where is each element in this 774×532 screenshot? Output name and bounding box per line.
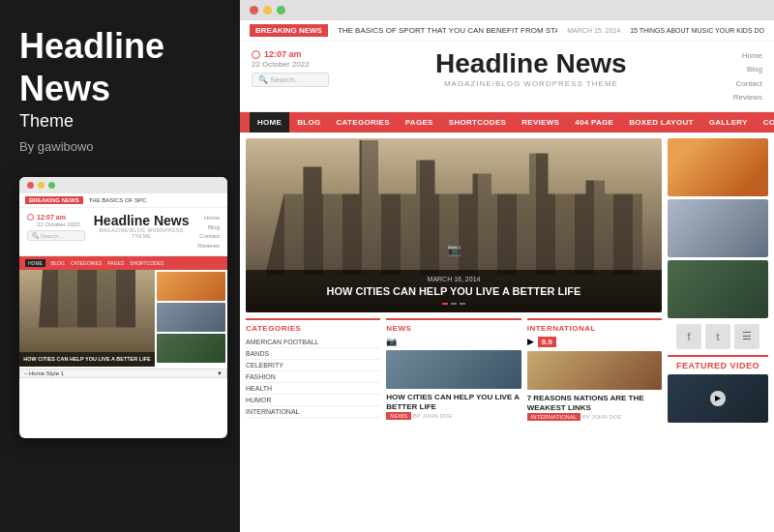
sidebar-featured-label: FEATURED VIDEO (668, 355, 768, 370)
big-nav-link-contact[interactable]: Contact (733, 77, 762, 91)
big-nav-link-reviews[interactable]: Reviews (733, 91, 762, 104)
facebook-button[interactable]: f (676, 324, 701, 349)
big-news-column: NEWS 📷 HOW CITIES CAN HELP YOU LIVE A BE… (386, 318, 521, 421)
big-nav-404[interactable]: 404 PAGE (567, 112, 621, 133)
cat-celebrity[interactable]: CELEBRITY (246, 360, 380, 371)
mini-dot-yellow[interactable] (38, 182, 45, 189)
big-intl-image (527, 351, 662, 390)
big-site-title: Headline News (329, 49, 733, 79)
big-news-author: BY JOHN DOE (413, 413, 453, 419)
big-categories-label: CATEGORIES (246, 324, 380, 333)
mini-nav-link-reviews[interactable]: Reviews (197, 242, 220, 251)
big-nav-boxed[interactable]: BOXED LAYOUT (621, 112, 700, 133)
rss-button[interactable]: ☰ (734, 324, 759, 349)
sidebar-img-1 (668, 138, 768, 196)
mini-featured-title: HOW CITIES CAN HELP YOU LIVE A BETTER LI… (23, 356, 151, 363)
mini-nav-shortcodes[interactable]: SHORTCODES (130, 260, 164, 266)
big-intl-title[interactable]: 7 REASONS NATIONS ARE THE WEAKEST LINKS (527, 394, 662, 414)
mini-header: 12:07 am 22 October 2022 🔍 Search... Hea… (19, 208, 227, 255)
cat-bands[interactable]: BANDS (246, 348, 380, 360)
mini-nav-link-home[interactable]: Home (197, 214, 220, 223)
mini-dot-green[interactable] (48, 182, 55, 189)
mini-building-overlay (39, 270, 135, 328)
big-feat-dot-2[interactable] (451, 303, 457, 305)
big-search-input[interactable]: 🔍 Search... (252, 73, 329, 87)
mini-nav-home[interactable]: HOME (25, 259, 45, 267)
big-nav-reviews[interactable]: REVIEWS (514, 112, 567, 133)
cat-health[interactable]: HEALTH (246, 383, 380, 395)
play-button[interactable]: ▶ (710, 391, 726, 406)
big-news-title[interactable]: HOW CITIES CAN HELP YOU LIVE A BETTER LI… (386, 393, 521, 413)
big-nav-blog[interactable]: BLOG (289, 112, 328, 133)
cat-fashion[interactable]: FASHION (246, 371, 380, 383)
big-nav-gallery[interactable]: GALLERY (701, 112, 756, 133)
right-panel: BREAKING NEWS THE BASICS OF SPORT THAT Y… (240, 0, 774, 532)
cat-american-football[interactable]: AMERICAN FOOTBALL (246, 337, 380, 348)
mini-browser-bar (19, 177, 227, 193)
cat-international[interactable]: INTERNATIONAL (246, 406, 380, 418)
mini-dropdown-label: – Home Style 1 (24, 370, 64, 376)
twitter-button[interactable]: t (705, 324, 730, 349)
big-news-badge: NEWS (386, 412, 411, 420)
big-below-featured: CATEGORIES AMERICAN FOOTBALL BANDS CELEB… (246, 318, 662, 421)
big-feat-dot-3[interactable] (460, 303, 465, 305)
sidebar-video-thumb[interactable]: ▶ (668, 374, 768, 423)
sidebar-img-2 (668, 199, 768, 257)
big-intl-score: 8.9 (538, 337, 556, 347)
big-news-camera-icon: 📷 (386, 337, 397, 346)
big-dot-yellow[interactable] (263, 6, 272, 15)
left-panel: Headline News Theme By gawibowo BREAKING… (0, 0, 240, 532)
big-main-column: 📷 MARCH 16, 2014 HOW CITIES CAN HELP YOU… (246, 138, 662, 423)
big-nav-home[interactable]: HOME (250, 112, 289, 133)
mini-header-left: 12:07 am 22 October 2022 🔍 Search... (27, 214, 85, 241)
mini-breaking-text: THE BASICS OF SPC (89, 197, 147, 203)
big-dot-red[interactable] (250, 6, 258, 15)
big-breaking-more: 15 THINGS ABOUT MUSIC YOUR KIDS DO (630, 27, 764, 34)
cat-humor[interactable]: HUMOR (246, 395, 380, 406)
big-nav-contact[interactable]: CONTACT (756, 112, 774, 133)
mini-site-title: Headline News MAGAZINE/BLOG WORDPRESS TH… (85, 214, 197, 239)
big-featured-dots (255, 303, 652, 305)
big-nav-pages[interactable]: PAGES (398, 112, 441, 133)
mini-browser-preview: BREAKING NEWS THE BASICS OF SPC 12:07 am… (19, 177, 227, 438)
big-intl-badge: INTERNATIONAL (527, 413, 581, 421)
theme-title-line2: News (19, 70, 221, 108)
mini-nav-link-contact[interactable]: Contact (197, 232, 220, 242)
mini-clock-icon (27, 214, 34, 221)
mini-featured-caption: HOW CITIES CAN HELP YOU LIVE A BETTER LI… (19, 352, 155, 366)
mini-nav-pages[interactable]: PAGES (107, 260, 124, 266)
mini-nav-blog[interactable]: BLOG (51, 260, 65, 266)
big-feat-dot-1[interactable] (442, 303, 448, 305)
mini-search-input[interactable]: 🔍 Search... (27, 230, 85, 241)
big-news-meta: NEWS BY JOHN DOE (386, 413, 521, 419)
mini-home-style-dropdown[interactable]: – Home Style 1 ▼ (19, 369, 227, 378)
mini-dropdown-arrow: ▼ (217, 370, 223, 376)
mini-time: 12:07 am (37, 214, 66, 221)
big-breaking-bar: BREAKING NEWS THE BASICS OF SPORT THAT Y… (240, 20, 774, 42)
big-featured-article: 📷 MARCH 16, 2014 HOW CITIES CAN HELP YOU… (246, 138, 662, 312)
sidebar-image-stack (668, 138, 768, 318)
mini-breaking-badge: BREAKING NEWS (25, 196, 83, 204)
big-categories-column: CATEGORIES AMERICAN FOOTBALL BANDS CELEB… (246, 318, 380, 421)
theme-title-line1: Headline (19, 27, 221, 66)
big-nav-shortcodes[interactable]: SHORTCODES (441, 112, 514, 133)
big-nav-categories[interactable]: CATEGORIES (329, 112, 398, 133)
big-dot-green[interactable] (277, 6, 285, 15)
mini-featured-image: HOW CITIES CAN HELP YOU LIVE A BETTER LI… (19, 270, 155, 367)
mini-site-tagline: MAGAZINE/BLOG WORDPRESS THEME (89, 227, 194, 239)
big-main-nav: HOME BLOG CATEGORIES PAGES SHORTCODES RE… (240, 112, 774, 133)
big-categories-list: AMERICAN FOOTBALL BANDS CELEBRITY FASHIO… (246, 337, 380, 418)
big-time: 12:07 am (264, 49, 302, 59)
big-content-area: 📷 MARCH 16, 2014 HOW CITIES CAN HELP YOU… (240, 133, 774, 429)
mini-dot-red[interactable] (27, 182, 34, 189)
big-header-right: Home Blog Contact Reviews (733, 49, 762, 105)
big-featured-caption: MARCH 16, 2014 HOW CITIES CAN HELP YOU L… (246, 270, 662, 311)
big-nav-link-blog[interactable]: Blog (733, 63, 762, 76)
mini-sidebar-images (155, 270, 227, 367)
big-site-tagline: MAGAZINE/BLOG WORDPRESS THEME (329, 79, 733, 88)
big-news-image (386, 350, 521, 389)
mini-nav-link-blog[interactable]: Blog (197, 223, 220, 233)
big-nav-link-home[interactable]: Home (733, 49, 762, 63)
mini-nav-categories[interactable]: CATEGORIES (71, 260, 102, 266)
big-breaking-badge: BREAKING NEWS (250, 24, 328, 37)
